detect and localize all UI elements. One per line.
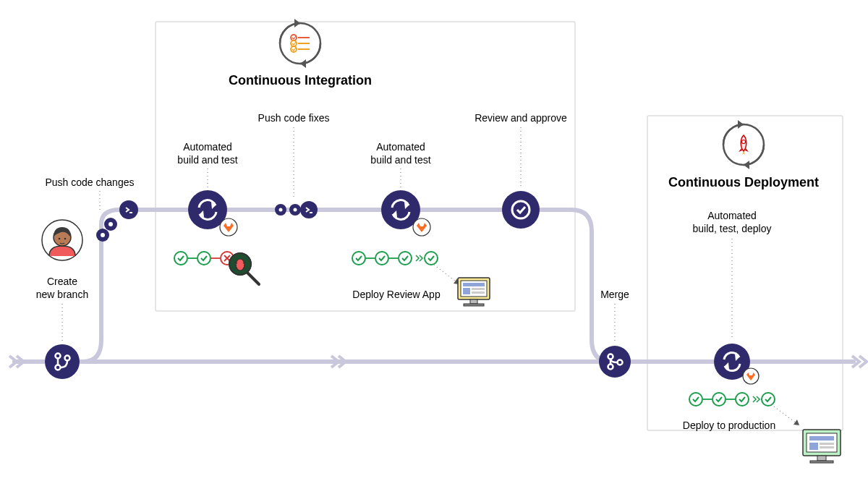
svg-rect-93	[820, 446, 834, 448]
push-terminal-icon	[119, 200, 138, 219]
svg-rect-70	[464, 304, 484, 306]
svg-rect-66	[463, 288, 470, 294]
svg-point-31	[197, 252, 210, 265]
svg-point-47	[279, 208, 283, 212]
svg-point-18	[64, 238, 67, 240]
svg-rect-91	[809, 443, 818, 450]
monitor-review-icon	[458, 278, 490, 306]
svg-point-60	[399, 252, 412, 265]
status-ok-icon	[352, 252, 365, 265]
svg-line-44	[247, 273, 259, 284]
status-ok-icon	[762, 393, 775, 406]
svg-rect-95	[810, 461, 833, 463]
status-ok-icon	[689, 393, 702, 406]
svg-rect-94	[817, 456, 826, 461]
status-ok-icon	[425, 252, 438, 265]
cycle-rocket-icon	[723, 120, 764, 169]
svg-point-49	[294, 208, 297, 212]
status-ok-icon	[736, 393, 749, 406]
ci-cd-diagram: Continuous Integration Continuous Deploy…	[0, 0, 868, 481]
status-row-2	[352, 252, 438, 265]
svg-marker-8	[738, 120, 744, 129]
approve-node	[502, 191, 540, 229]
push-terminal-icon	[300, 201, 318, 218]
svg-point-10	[742, 140, 746, 144]
status-row-1	[174, 252, 234, 265]
arrow-icon	[9, 356, 24, 367]
svg-point-56	[352, 252, 365, 265]
monitor-prod-icon	[803, 430, 841, 463]
merge-label: Merge	[600, 289, 629, 300]
status-ok-icon	[197, 252, 210, 265]
svg-point-20	[109, 222, 113, 226]
svg-point-17	[59, 238, 61, 240]
svg-marker-1	[300, 59, 306, 68]
deploy-prod-label: Deploy to production	[683, 420, 775, 431]
status-ok-icon	[375, 252, 388, 265]
svg-rect-92	[820, 443, 834, 445]
build-test-2-label: Automatedbuild and test	[370, 141, 430, 166]
status-row-prod	[689, 393, 775, 406]
svg-rect-67	[472, 288, 485, 290]
status-ok-icon	[174, 252, 187, 265]
svg-rect-65	[463, 283, 485, 286]
chevrons-right-icon	[753, 396, 760, 402]
svg-point-81	[689, 393, 702, 406]
merge-node	[599, 346, 631, 378]
cd-section-box	[647, 116, 843, 430]
cd-section-title: Continuous Deployment	[668, 175, 819, 190]
svg-point-29	[174, 252, 187, 265]
bug-magnifier-icon	[229, 253, 259, 284]
status-ok-icon	[399, 252, 412, 265]
svg-rect-69	[470, 299, 477, 304]
ci-section-title: Continuous Integration	[229, 73, 372, 88]
deploy-review-label: Deploy Review App	[352, 289, 441, 300]
cycle-checklist-icon	[280, 19, 320, 68]
push-fixes-label: Push code fixes	[258, 112, 330, 124]
svg-marker-87	[793, 420, 799, 425]
svg-point-22	[101, 233, 105, 237]
build-test-1-label: Automatedbuild and test	[177, 141, 237, 166]
create-branch-label: Createnew branch	[36, 276, 88, 300]
build-test-deploy-label: Automatedbuild, test, deploy	[693, 210, 772, 234]
svg-point-85	[736, 393, 749, 406]
push-changes-label: Push code changes	[46, 176, 135, 188]
svg-point-11	[45, 344, 80, 379]
svg-point-58	[375, 252, 388, 265]
svg-rect-68	[472, 291, 485, 294]
ci-section-box	[156, 22, 575, 311]
svg-marker-9	[744, 161, 749, 169]
gitlab-icon	[743, 368, 759, 384]
svg-point-86	[762, 393, 775, 406]
gitlab-icon	[413, 218, 430, 236]
user-avatar-icon	[42, 220, 82, 260]
branch-node	[45, 344, 80, 379]
svg-point-71	[502, 191, 540, 229]
review-approve-label: Review and approve	[475, 112, 567, 124]
svg-point-37	[236, 259, 244, 271]
svg-rect-90	[809, 436, 834, 440]
gitlab-icon	[220, 218, 237, 236]
chevrons-right-icon	[416, 255, 422, 261]
svg-point-83	[712, 393, 726, 406]
svg-point-61	[425, 252, 438, 265]
status-ok-icon	[712, 393, 726, 406]
svg-marker-0	[294, 19, 300, 27]
branch-pipeline-line	[76, 210, 611, 362]
